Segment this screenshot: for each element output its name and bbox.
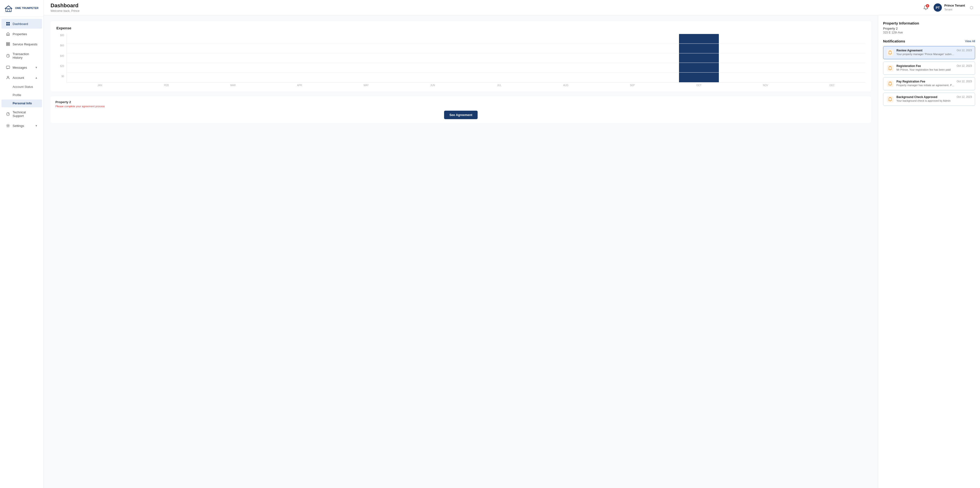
account-status-label: Account Status — [13, 85, 33, 89]
x-label-jun: JUN — [399, 82, 466, 87]
sidebar-item-messages[interactable]: Messages ▼ — [2, 63, 42, 72]
sidebar-item-transaction-history[interactable]: Transaction History — [2, 49, 42, 62]
header: Dashboard Welcome back, Prince 5 PT Prin… — [44, 0, 980, 15]
notification-card-0[interactable]: Review Agreement Oct 12, 2023 Your prope… — [883, 46, 975, 59]
content-area: Expense $80 $60 $40 $20 $0 — [44, 15, 980, 488]
user-text: Prince Tenant Tenant — [944, 4, 965, 11]
svg-rect-19 — [887, 81, 893, 87]
bar-col-jun — [399, 34, 466, 82]
svg-point-12 — [7, 76, 9, 78]
sidebar-item-properties[interactable]: Properties — [2, 29, 42, 39]
x-label-mar: MAR — [200, 82, 266, 87]
x-label-jul: JUL — [466, 82, 533, 87]
grid-line-20 — [67, 72, 865, 73]
bar-col-jul — [466, 34, 533, 82]
property-address: 315 E 12th Ave — [883, 31, 975, 34]
grid-line-80 — [67, 43, 865, 44]
notification-card-1[interactable]: Registeration Fee Oct 12, 2023 Mr Prince… — [883, 62, 975, 75]
notif-body-0: Review Agreement Oct 12, 2023 Your prope… — [896, 49, 972, 55]
x-label-oct: OCT — [666, 82, 732, 87]
x-label-aug: AUG — [533, 82, 599, 87]
bar-col-mar — [200, 34, 267, 82]
svg-point-22 — [890, 101, 891, 101]
notification-card-2[interactable]: Pay Registration Fee Oct 12, 2023 Proper… — [883, 77, 975, 90]
svg-rect-2 — [6, 22, 8, 24]
svg-rect-7 — [6, 43, 10, 43]
x-label-sep: SEP — [599, 82, 666, 87]
messages-icon — [6, 65, 10, 70]
view-all-link[interactable]: View All — [965, 40, 975, 43]
notif-date-2: Oct 12, 2023 — [957, 80, 972, 83]
sidebar-item-account[interactable]: Account ▲ — [2, 73, 42, 82]
svg-rect-15 — [887, 49, 893, 56]
svg-rect-5 — [8, 24, 10, 25]
bar-col-apr — [267, 34, 333, 82]
notif-date-1: Oct 12, 2023 — [957, 64, 972, 67]
sidebar-item-technical-support[interactable]: Technical Support — [2, 108, 42, 120]
notif-title-3: Background Check Approved — [896, 95, 937, 99]
sidebar-sub-personal-info[interactable]: Personal Info — [2, 100, 42, 107]
y-label-20: $20 — [60, 65, 64, 67]
x-label-jan: JAN — [67, 82, 133, 87]
notif-icon-2 — [886, 80, 894, 87]
settings-label: Settings — [13, 124, 24, 128]
property-section: Property 2 Please complete your agreemen… — [51, 96, 871, 123]
header-title-area: Dashboard Welcome back, Prince — [51, 2, 80, 13]
notification-card-3[interactable]: Background Check Approved Oct 12, 2023 Y… — [883, 93, 975, 106]
property-name: Property 2 — [883, 27, 975, 30]
messages-chevron: ▼ — [35, 66, 38, 69]
notif-body-2: Pay Registration Fee Oct 12, 2023 Proper… — [896, 80, 972, 87]
sidebar-sub-account-status[interactable]: Account Status — [2, 83, 42, 91]
y-label-60: $60 — [60, 44, 64, 47]
notifications-title: Notifications — [883, 39, 905, 43]
logo[interactable]: OME TRUMPETER — [0, 0, 43, 17]
chart-section: Expense $80 $60 $40 $20 $0 — [44, 15, 878, 488]
messages-label: Messages — [13, 66, 27, 70]
svg-rect-17 — [887, 65, 893, 71]
svg-point-18 — [890, 70, 891, 70]
user-role: Tenant — [944, 8, 965, 11]
transaction-icon — [6, 54, 10, 58]
agreement-warning: Please complete your agreement process — [56, 105, 866, 108]
chart-title: Expense — [56, 26, 865, 30]
sidebar: OME TRUMPETER Dashboard Properties Servi… — [0, 0, 44, 488]
svg-rect-3 — [8, 22, 10, 24]
notif-date-0: Oct 12, 2023 — [957, 49, 972, 52]
notif-icon-0 — [886, 49, 894, 57]
notif-title-1: Registeration Fee — [896, 64, 921, 68]
notifications-list: Review Agreement Oct 12, 2023 Your prope… — [883, 46, 975, 106]
see-agreement-button[interactable]: See Agreement — [444, 111, 477, 119]
bar-col-oct — [666, 34, 732, 82]
notif-desc-1: Mr Prince. Your registration fee has bee… — [896, 68, 955, 71]
svg-point-16 — [890, 54, 891, 55]
notif-icon-3 — [886, 95, 894, 103]
support-icon — [6, 112, 10, 116]
svg-point-14 — [8, 125, 9, 127]
service-requests-label: Service Requests — [13, 43, 37, 46]
x-label-may: MAY — [333, 82, 399, 87]
svg-point-20 — [890, 85, 891, 86]
page-title: Dashboard — [51, 2, 80, 9]
sidebar-item-service-requests[interactable]: Service Requests — [2, 39, 42, 49]
sidebar-item-dashboard[interactable]: Dashboard — [2, 19, 42, 29]
notification-bell[interactable]: 5 — [922, 4, 930, 11]
technical-support-label: Technical Support — [13, 111, 38, 118]
x-label-feb: FEB — [133, 82, 200, 87]
user-name: Prince Tenant — [944, 4, 965, 8]
user-info[interactable]: PT Prince Tenant Tenant — [934, 3, 965, 12]
logout-icon[interactable]: ⬡ — [970, 5, 973, 10]
sidebar-item-settings[interactable]: Settings ▼ — [2, 121, 42, 131]
svg-rect-9 — [6, 45, 10, 46]
bar-col-nov — [732, 34, 799, 82]
page-subtitle: Welcome back, Prince — [51, 9, 80, 13]
dashboard-icon — [6, 22, 10, 26]
notif-desc-2: Property manager has initiate an agreeme… — [896, 84, 955, 87]
bar-oct — [679, 34, 719, 82]
bars-area — [67, 34, 865, 82]
notification-badge: 5 — [926, 4, 929, 8]
profile-label: Profile — [13, 93, 21, 97]
logo-text: OME TRUMPETER — [15, 6, 39, 10]
svg-rect-8 — [6, 44, 10, 44]
sidebar-sub-profile[interactable]: Profile — [2, 91, 42, 99]
bar-col-may — [333, 34, 399, 82]
